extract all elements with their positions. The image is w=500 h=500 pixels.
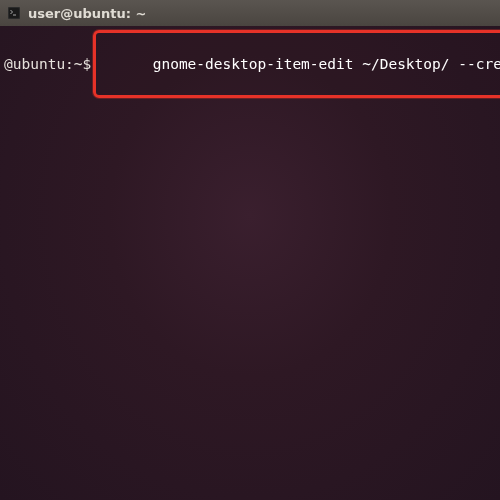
terminal-viewport[interactable]: @ubuntu:~$ gnome-desktop-item-edit ~/Des…	[0, 26, 500, 500]
window-title: user@ubuntu: ~	[28, 6, 146, 21]
shell-prompt: @ubuntu:~$	[4, 54, 91, 74]
window-titlebar: user@ubuntu: ~	[0, 0, 500, 26]
svg-rect-1	[9, 8, 19, 18]
shell-command: gnome-desktop-item-edit ~/Desktop/ --cre…	[153, 56, 500, 72]
command-highlight-box: gnome-desktop-item-edit ~/Desktop/ --cre…	[93, 30, 500, 98]
terminal-icon	[8, 7, 20, 19]
terminal-line: @ubuntu:~$ gnome-desktop-item-edit ~/Des…	[4, 30, 496, 98]
